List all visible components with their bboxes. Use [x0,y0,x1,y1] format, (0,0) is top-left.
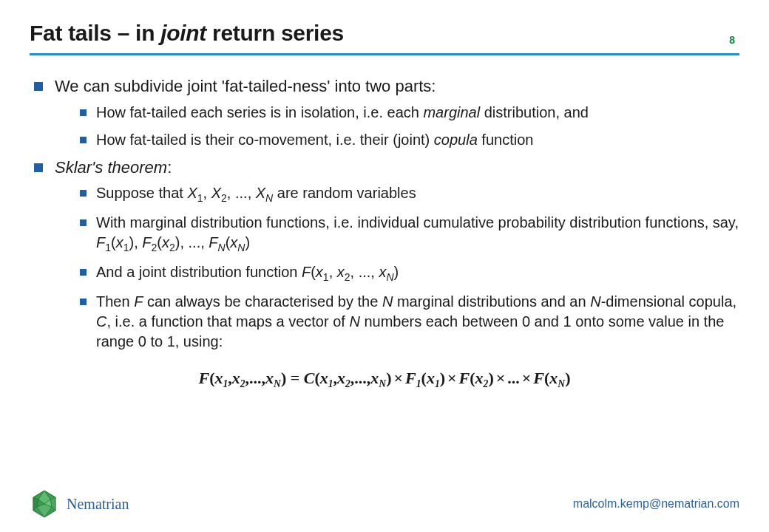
title-italic-word: joint [160,21,206,45]
bullet-2-sub-2: With marginal distribution functions, i.… [55,213,739,255]
bullet-1: We can subdivide joint 'fat-tailed-ness'… [30,76,739,150]
title-suffix: return series [206,21,344,45]
bullet-2-sub-3: And a joint distribution function F(x1, … [55,262,739,284]
content-body: We can subdivide joint 'fat-tailed-ness'… [30,76,739,390]
page-number: 8 [729,34,735,46]
header-row: Fat tails – in joint return series 8 [30,21,739,50]
slide-title: Fat tails – in joint return series [30,21,344,46]
nematrian-logo-icon [30,489,59,519]
bullet-1-text: We can subdivide joint 'fat-tailed-ness'… [55,77,436,95]
bullet-2: Sklar's theorem: Suppose that X1, X2, ..… [30,157,739,352]
bullet-1-sub-2: How fat-tailed is their co-movement, i.e… [55,130,739,150]
brand-name: Nematrian [67,496,129,513]
slide: Fat tails – in joint return series 8 We … [0,0,769,532]
formula: F(x1,x2,...,xN) = C(x1,x2,...,xN)×F1(x1)… [30,368,739,390]
title-prefix: Fat tails – in [30,21,160,45]
bullet-1-sub-1: How fat-tailed each series is in isolati… [55,103,739,123]
contact-email: malcolm.kemp@nematrian.com [573,497,739,511]
title-underline [30,53,739,55]
footer: Nematrian malcolm.kemp@nematrian.com [30,489,739,519]
bullet-2-sub-4: Then F can always be characterised by th… [55,292,739,352]
brand: Nematrian [30,489,129,519]
bullet-2-italic: Sklar's theorem [55,158,167,177]
bullet-2-sub-1: Suppose that X1, X2, ..., XN are random … [55,183,739,205]
